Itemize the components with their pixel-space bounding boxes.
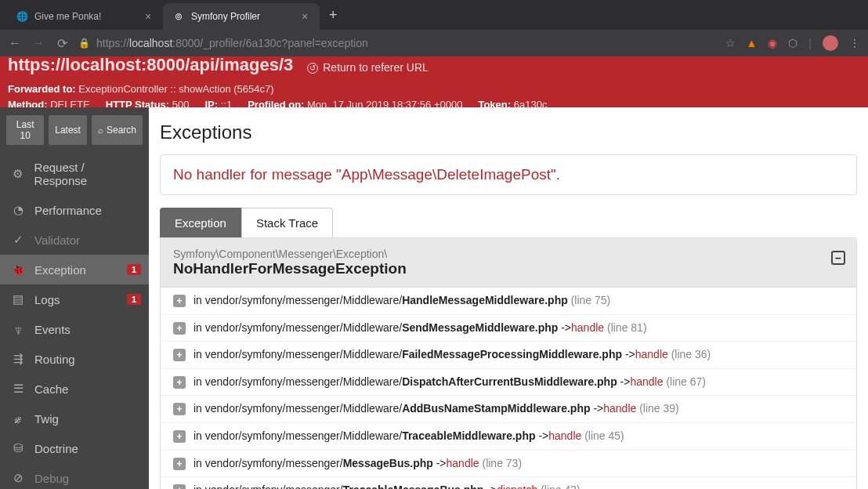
debug-icon: ⊘ (11, 471, 25, 485)
expand-icon[interactable]: + (173, 403, 186, 415)
gear-icon: ⚙ (11, 167, 25, 181)
sidebar-item-label: Request / Response (34, 161, 138, 187)
sidebar-item-label: Performance (34, 204, 102, 217)
star-icon[interactable]: ☆ (725, 37, 736, 49)
menu-icon[interactable]: ⋮ (849, 37, 860, 49)
content-area: Exceptions No handler for message "App\M… (149, 107, 868, 489)
latest-button[interactable]: Latest (49, 115, 87, 145)
shield-icon[interactable]: ⬡ (788, 37, 797, 49)
url-input[interactable]: 🔒 https://localhost:8000/_profiler/6a130… (78, 37, 716, 49)
expand-icon[interactable]: + (173, 349, 186, 361)
forward-button[interactable]: → (31, 36, 45, 50)
stack-icon: ☰ (11, 382, 25, 396)
exception-message-box: No handler for message "App\Message\Dele… (160, 154, 857, 195)
avatar[interactable] (823, 35, 838, 51)
tabs: Exception Stack Trace (160, 208, 857, 237)
new-tab-button[interactable]: + (320, 7, 347, 24)
clock-icon: ◔ (11, 203, 25, 217)
exception-message: No handler for message "App\Message\Dele… (173, 166, 844, 183)
lock-icon: 🔒 (78, 38, 90, 49)
expand-icon[interactable]: + (173, 376, 186, 389)
sidebar-item-routing[interactable]: ⇶ Routing (0, 344, 149, 374)
divider: | (808, 37, 812, 49)
trace-text: in vendor/symfony/messenger/TraceableMes… (193, 483, 844, 489)
header-meta: Forwarded to: ExceptionController :: sho… (8, 82, 860, 107)
sidebar-item-cache[interactable]: ☰ Cache (0, 374, 149, 404)
sidebar-item-label: Twig (34, 412, 59, 426)
route-icon: ⇶ (11, 352, 25, 366)
tab-title: Symfony Profiler (191, 11, 293, 22)
exception-panel: Symfony\Component\Messenger\Exception\ N… (160, 237, 857, 489)
sidebar-item-exception[interactable]: 🐞 Exception 1 (0, 255, 149, 284)
expand-icon[interactable]: + (173, 322, 186, 335)
sidebar-item-label: Logs (34, 293, 60, 306)
expand-icon[interactable]: + (173, 430, 186, 443)
browser-tab-1[interactable]: ⊚ Symfony Profiler × (163, 3, 320, 30)
trace-row: +in vendor/symfony/messenger/Middleware/… (161, 315, 856, 342)
sidebar-item-label: Events (34, 323, 71, 336)
exception-class: NoHandlerForMessageException (173, 260, 844, 277)
trace-row: +in vendor/symfony/messenger/TraceableMe… (161, 477, 856, 489)
last10-button[interactable]: Last 10 (6, 115, 44, 145)
bug-icon: 🐞 (11, 263, 25, 277)
collapse-button[interactable]: – (831, 251, 845, 265)
tab-stacktrace[interactable]: Stack Trace (241, 208, 333, 237)
browser-actions: ☆ ▲ ◉ ⬡ | ⋮ (725, 35, 861, 51)
sidebar-item-label: Routing (34, 353, 75, 366)
back-button[interactable]: ← (8, 36, 22, 50)
sidebar-item-label: Doctrine (34, 442, 78, 455)
url-text: https://localhost:8000/_profiler/6a130c?… (96, 37, 368, 49)
trace-text: in vendor/symfony/messenger/Middleware/D… (193, 375, 844, 390)
sidebar-toolbar: Last 10 Latest ⌕Search (0, 107, 149, 153)
address-bar: ← → ⟳ 🔒 https://localhost:8000/_profiler… (0, 30, 868, 56)
sidebar-item-debug[interactable]: ⊘ Debug (0, 463, 149, 489)
browser-tab-strip: 🌐 Give me Ponka! × ⊚ Symfony Profiler × … (0, 0, 868, 30)
close-icon[interactable]: × (299, 11, 310, 22)
trace-text: in vendor/symfony/messenger/MessageBus.p… (193, 456, 844, 472)
sidebar-item-label: Exception (34, 263, 86, 277)
trace-row: +in vendor/symfony/messenger/Middleware/… (161, 369, 856, 397)
expand-icon[interactable]: + (173, 484, 186, 489)
page-title: Exceptions (160, 121, 857, 143)
exception-namespace: Symfony\Component\Messenger\Exception\ (173, 248, 844, 260)
search-button[interactable]: ⌕Search (92, 115, 143, 145)
sidebar-item-request[interactable]: ⚙ Request / Response (0, 153, 149, 195)
trace-text: in vendor/symfony/messenger/Middleware/T… (193, 429, 844, 444)
trace-text: in vendor/symfony/messenger/Middleware/S… (193, 321, 844, 336)
tab-title: Give me Ponka! (34, 11, 136, 22)
sidebar-item-validator[interactable]: ✓ Validator (0, 225, 149, 255)
browser-tab-0[interactable]: 🌐 Give me Ponka! × (6, 3, 163, 30)
sidebar-item-doctrine[interactable]: ⛁ Doctrine (0, 433, 149, 463)
sidebar-menu: ⚙ Request / Response ◔ Performance ✓ Val… (0, 153, 149, 489)
request-url: https://localhost:8000/api/images/3 (8, 56, 293, 78)
tab-exception[interactable]: Exception (160, 208, 241, 237)
sidebar-item-logs[interactable]: ▤ Logs 1 (0, 284, 149, 314)
trace-text: in vendor/symfony/messenger/Middleware/H… (193, 293, 844, 309)
sidebar-item-label: Cache (34, 382, 68, 396)
globe-icon: 🌐 (16, 10, 28, 23)
reload-button[interactable]: ⟳ (55, 36, 69, 51)
expand-icon[interactable]: + (173, 458, 186, 470)
exception-header: Symfony\Component\Messenger\Exception\ N… (161, 238, 856, 288)
broadcast-icon: ⍒ (11, 322, 25, 336)
trace-list: +in vendor/symfony/messenger/Middleware/… (161, 288, 856, 489)
expand-icon[interactable]: + (173, 295, 186, 307)
badge: 1 (127, 264, 141, 275)
sidebar-item-events[interactable]: ⍒ Events (0, 314, 149, 344)
trace-text: in vendor/symfony/messenger/Middleware/A… (193, 401, 844, 417)
close-icon[interactable]: × (143, 11, 154, 22)
block-icon[interactable]: ◉ (768, 37, 777, 49)
sidebar-item-twig[interactable]: ⸙ Twig (0, 404, 149, 433)
trace-text: in vendor/symfony/messenger/Middleware/F… (193, 347, 844, 363)
search-icon: ⌕ (98, 125, 103, 135)
sidebar: Last 10 Latest ⌕Search ⚙ Request / Respo… (0, 107, 149, 489)
sidebar-item-label: Validator (34, 234, 80, 247)
flame-icon[interactable]: ▲ (747, 37, 758, 49)
list-icon: ▤ (11, 292, 25, 306)
trace-row: +in vendor/symfony/messenger/MessageBus.… (161, 451, 856, 478)
sidebar-item-performance[interactable]: ◔ Performance (0, 195, 149, 225)
symfony-icon: ⊚ (172, 10, 185, 23)
database-icon: ⛁ (11, 441, 25, 455)
badge: 1 (127, 294, 141, 305)
return-link[interactable]: ↺ Return to referer URL (307, 60, 429, 76)
